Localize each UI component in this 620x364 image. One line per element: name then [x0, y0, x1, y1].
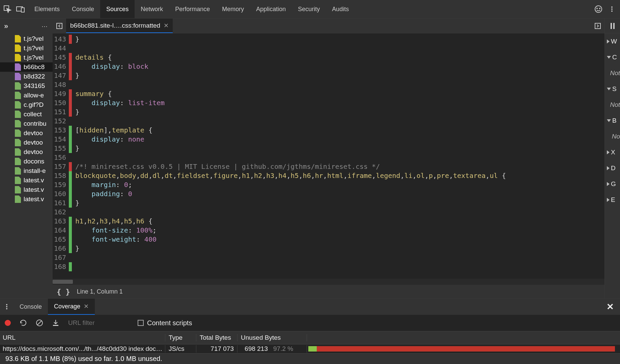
file-item[interactable]: latest.v — [0, 185, 53, 194]
debug-section[interactable]: B — [605, 113, 620, 128]
file-item[interactable]: install-e — [0, 166, 53, 176]
editor-status-bar: { } Line 1, Column 1 — [53, 285, 604, 298]
coverage-table-header: URL Type Total Bytes Unused Bytes — [0, 331, 620, 344]
file-icon — [15, 139, 21, 146]
cursor-position: Line 1, Column 1 — [77, 288, 123, 295]
export-icon[interactable] — [52, 319, 59, 327]
file-item[interactable]: c.gif?D — [0, 100, 53, 110]
url-filter-input[interactable] — [68, 319, 129, 327]
file-icon — [15, 44, 21, 52]
navigator-more-icon[interactable]: ⋯ — [41, 23, 49, 30]
debug-section[interactable]: S — [605, 81, 620, 97]
file-icon — [15, 177, 21, 184]
svg-point-13 — [6, 304, 7, 305]
editor-tab-label: b66bc881.site-l….css:formatted — [70, 22, 160, 29]
tab-security[interactable]: Security — [292, 0, 326, 18]
close-drawer-icon[interactable]: ✕ — [600, 302, 620, 312]
content-scripts-checkbox[interactable]: Content scripts — [138, 319, 192, 327]
code-content[interactable]: } details { display: block} summary { di… — [72, 33, 604, 279]
drawer: ConsoleCoverage✕ ✕ Content scripts URL — [0, 298, 620, 353]
show-navigator-icon[interactable] — [53, 19, 66, 33]
reload-icon[interactable] — [20, 319, 27, 327]
file-item[interactable]: latest.v — [0, 176, 53, 185]
debug-section[interactable]: D — [605, 160, 620, 176]
debug-section[interactable]: No — [605, 128, 620, 144]
file-item[interactable]: t.js?vel — [0, 34, 53, 43]
svg-point-14 — [6, 306, 7, 307]
file-item[interactable]: allow-e — [0, 91, 53, 100]
tab-elements[interactable]: Elements — [28, 0, 66, 18]
tab-audits[interactable]: Audits — [326, 0, 355, 18]
file-item[interactable]: t.js?vel — [0, 53, 53, 62]
file-item[interactable]: latest.v — [0, 194, 53, 204]
coverage-row[interactable]: https://docs.microsoft.com/.../th.../48c… — [0, 344, 620, 353]
clear-icon[interactable] — [36, 319, 43, 327]
col-url[interactable]: URL — [0, 334, 165, 341]
file-icon — [15, 148, 21, 156]
file-item[interactable]: t.js?vel — [0, 43, 53, 53]
svg-point-5 — [599, 8, 600, 9]
file-item[interactable]: 343165 — [0, 81, 53, 91]
col-total[interactable]: Total Bytes — [196, 334, 237, 341]
svg-point-8 — [611, 10, 613, 12]
svg-rect-11 — [611, 23, 612, 29]
coverage-toolbar: Content scripts — [0, 315, 620, 331]
debug-section[interactable]: Not — [605, 97, 620, 113]
chevron-down-icon — [607, 88, 611, 90]
tab-performance[interactable]: Performance — [169, 0, 216, 18]
svg-rect-12 — [613, 23, 615, 29]
file-item[interactable]: devtoo — [0, 147, 53, 157]
svg-point-6 — [611, 6, 613, 8]
file-item[interactable]: contribu — [0, 119, 53, 128]
col-unused[interactable]: Unused Bytes — [237, 334, 307, 341]
svg-point-3 — [595, 6, 602, 12]
inspect-element-icon[interactable] — [3, 5, 11, 13]
drawer-tab-coverage[interactable]: Coverage✕ — [48, 299, 95, 315]
debug-section[interactable]: C — [605, 49, 620, 65]
col-type[interactable]: Type — [165, 334, 196, 341]
drawer-tab-console[interactable]: Console — [13, 299, 48, 315]
close-tab-icon[interactable]: ✕ — [84, 303, 89, 310]
drawer-menu-icon[interactable] — [0, 304, 13, 310]
close-tab-icon[interactable]: ✕ — [164, 22, 169, 29]
file-icon — [15, 92, 21, 99]
tab-console[interactable]: Console — [66, 0, 100, 18]
chevron-right-icon — [607, 198, 610, 202]
file-item[interactable]: docons — [0, 157, 53, 166]
horizontal-scrollbar[interactable] — [53, 279, 604, 285]
debug-section[interactable]: Not — [605, 65, 620, 81]
file-item[interactable]: b8d322 — [0, 72, 53, 81]
file-item[interactable]: devtoo — [0, 128, 53, 138]
line-gutter: 1431441451461471481491501511521531541551… — [53, 33, 69, 279]
tab-sources[interactable]: Sources — [100, 0, 135, 18]
debug-section[interactable]: X — [605, 144, 620, 160]
feedback-smiley-icon[interactable] — [594, 5, 602, 13]
file-item[interactable]: b66bc8 — [0, 62, 53, 72]
file-icon — [15, 73, 21, 80]
editor-tab[interactable]: b66bc881.site-l….css:formatted ✕ — [66, 19, 173, 33]
kebab-menu-icon[interactable] — [609, 6, 615, 12]
chevron-down-icon — [607, 119, 611, 122]
chevron-down-icon — [607, 56, 611, 59]
svg-rect-18 — [53, 325, 58, 326]
file-item[interactable]: collect — [0, 110, 53, 119]
debug-section[interactable]: W — [605, 33, 620, 49]
debug-section[interactable]: G — [605, 176, 620, 192]
show-debugger-icon[interactable] — [591, 19, 604, 33]
pretty-print-icon[interactable]: { } — [57, 287, 70, 296]
tab-application[interactable]: Application — [250, 0, 292, 18]
file-icon — [15, 120, 21, 127]
tab-network[interactable]: Network — [135, 0, 169, 18]
file-icon — [15, 129, 21, 137]
expand-navigator-icon[interactable]: » — [4, 22, 8, 31]
record-button[interactable] — [5, 320, 11, 326]
editor-panel: b66bc881.site-l….css:formatted ✕ 1431441… — [53, 19, 604, 298]
svg-rect-2 — [21, 8, 24, 12]
usage-bar — [307, 346, 620, 352]
svg-line-17 — [37, 321, 41, 325]
device-toolbar-icon[interactable] — [16, 6, 25, 12]
tab-memory[interactable]: Memory — [216, 0, 250, 18]
pause-button[interactable] — [605, 19, 620, 33]
debug-section[interactable]: E — [605, 192, 620, 208]
file-item[interactable]: devtoo — [0, 138, 53, 147]
